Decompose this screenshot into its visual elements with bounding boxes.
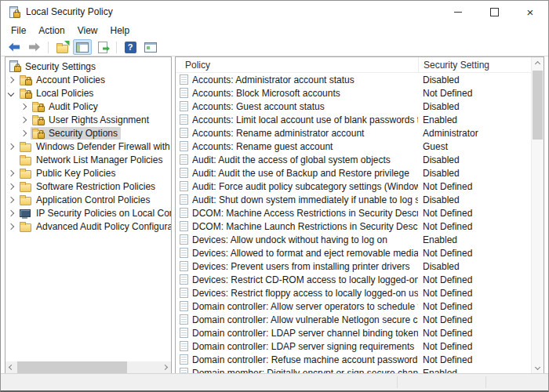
tree-item-body[interactable]: Network List Manager Policies xyxy=(18,154,165,166)
tree-horizontal-scrollbar[interactable] xyxy=(5,361,171,373)
menu-action[interactable]: Action xyxy=(32,24,71,38)
folder-icon xyxy=(19,140,32,152)
policy-row[interactable]: Domain controller: LDAP server channel b… xyxy=(176,326,531,339)
chevron-right-icon[interactable] xyxy=(7,78,18,82)
export-list-button[interactable] xyxy=(93,39,112,55)
title-bar[interactable]: Local Security Policy × xyxy=(1,1,548,23)
policy-setting: Guest xyxy=(418,141,531,152)
chevron-right-icon[interactable] xyxy=(7,211,18,216)
close-button[interactable]: × xyxy=(512,1,548,23)
tree-item[interactable]: User Rights Assignment xyxy=(5,113,171,126)
policy-document-icon xyxy=(180,154,188,165)
tree-item[interactable]: Audit Policy xyxy=(5,100,171,113)
vertical-scrollbar-thumb[interactable] xyxy=(533,71,543,140)
show-folder-button[interactable] xyxy=(53,39,71,55)
list-vertical-scrollbar[interactable] xyxy=(531,57,544,373)
policy-document-icon xyxy=(180,301,188,311)
policy-row[interactable]: DCOM: Machine Launch Restrictions in Sec… xyxy=(176,220,531,233)
new-window-button[interactable] xyxy=(141,39,160,55)
chevron-right-icon[interactable] xyxy=(20,131,31,136)
tree-item-body[interactable]: IP Security Policies on Local Computer xyxy=(18,207,172,220)
policy-row[interactable]: Devices: Restrict floppy access to local… xyxy=(176,286,531,299)
policy-row[interactable]: Audit: Shut down system immediately if u… xyxy=(176,193,531,206)
tree-item-body[interactable]: Security Options xyxy=(31,127,121,140)
chevron-right-icon[interactable] xyxy=(7,144,18,149)
policy-row[interactable]: Devices: Prevent users from installing p… xyxy=(176,260,531,273)
scroll-left-button[interactable] xyxy=(5,361,17,373)
policy-row[interactable]: Domain member: Digitally encrypt or sign… xyxy=(176,366,531,373)
tree-item[interactable]: Local Policies xyxy=(5,86,171,100)
scroll-right-button[interactable] xyxy=(159,361,171,373)
maximize-button[interactable] xyxy=(476,1,512,23)
tree-item[interactable]: Account Policies xyxy=(5,73,171,86)
back-button[interactable] xyxy=(5,39,24,55)
column-header-policy[interactable]: Policy xyxy=(176,60,418,71)
tree-item-body[interactable]: Public Key Policies xyxy=(18,167,118,180)
menu-help[interactable]: Help xyxy=(104,24,136,38)
tree-item[interactable]: Application Control Policies xyxy=(5,193,171,206)
chevron-right-icon[interactable] xyxy=(7,184,18,189)
tree-item-body[interactable]: Windows Defender Firewall with Advan xyxy=(18,140,172,153)
chevron-down-icon[interactable] xyxy=(7,91,18,96)
folder-icon xyxy=(19,194,32,205)
tree-item[interactable]: Advanced Audit Policy Configuration xyxy=(5,220,171,233)
tree-item[interactable]: Software Restriction Policies xyxy=(5,180,171,193)
tree-item-body[interactable]: Account Policies xyxy=(18,74,108,86)
toolbar-separator xyxy=(48,42,49,53)
policy-row[interactable]: Accounts: Guest account statusDisabled xyxy=(176,100,531,113)
policy-setting: Not Defined xyxy=(418,88,531,99)
policy-name: Accounts: Block Microsoft accounts xyxy=(192,88,418,99)
tree-item[interactable]: Public Key Policies xyxy=(5,166,171,180)
chevron-right-icon[interactable] xyxy=(20,104,31,109)
tree-item-body[interactable]: User Rights Assignment xyxy=(31,114,152,126)
menu-file[interactable]: File xyxy=(5,24,32,38)
policy-row[interactable]: Audit: Force audit policy subcategory se… xyxy=(176,180,531,193)
tree-item-label: Security Settings xyxy=(24,61,96,72)
tree-item[interactable]: Security Options xyxy=(5,126,171,140)
policy-row[interactable]: Devices: Restrict CD-ROM access to local… xyxy=(176,273,531,286)
horizontal-scrollbar-thumb[interactable] xyxy=(17,361,127,373)
chevron-right-icon[interactable] xyxy=(7,171,18,176)
tree-item[interactable]: Security Settings xyxy=(5,60,171,73)
policy-row[interactable]: Accounts: Administrator account statusDi… xyxy=(176,73,531,86)
tree-item[interactable]: Windows Defender Firewall with Advan xyxy=(5,140,171,153)
policy-row[interactable]: Devices: Allow undock without having to … xyxy=(176,233,531,246)
tree-item-body[interactable]: Advanced Audit Policy Configuration xyxy=(18,220,172,233)
forward-button[interactable] xyxy=(25,39,44,55)
policy-row[interactable]: Accounts: Rename guest accountGuest xyxy=(176,140,531,153)
policy-row[interactable]: DCOM: Machine Access Restrictions in Sec… xyxy=(176,206,531,220)
policy-row[interactable]: Accounts: Block Microsoft accountsNot De… xyxy=(176,86,531,100)
tree-item-label: User Rights Assignment xyxy=(48,114,149,125)
policy-document-icon xyxy=(180,274,188,285)
tree-item-body[interactable]: Application Control Policies xyxy=(18,194,153,206)
policy-row[interactable]: Domain controller: Allow vulnerable Netl… xyxy=(176,313,531,326)
policy-row[interactable]: Audit: Audit the use of Backup and Resto… xyxy=(176,166,531,180)
minimize-button[interactable] xyxy=(440,1,476,23)
tree-item-body[interactable]: Audit Policy xyxy=(31,100,101,113)
policy-row[interactable]: Domain controller: Refuse machine accoun… xyxy=(176,353,531,366)
tree-item-body[interactable]: Security Settings xyxy=(7,60,99,73)
chevron-right-icon[interactable] xyxy=(20,118,31,122)
chevron-right-icon[interactable] xyxy=(7,198,18,202)
menu-view[interactable]: View xyxy=(71,24,104,38)
policy-row[interactable]: Devices: Allowed to format and eject rem… xyxy=(176,246,531,260)
policy-row[interactable]: Accounts: Rename administrator accountAd… xyxy=(176,126,531,140)
secpol-app-icon xyxy=(8,5,20,18)
policy-list-panel: Policy Security Setting Accounts: Admini… xyxy=(175,56,544,374)
tree-item[interactable]: IP Security Policies on Local Computer xyxy=(5,206,171,220)
tree-item-body[interactable]: Local Policies xyxy=(18,87,96,100)
policy-setting: Not Defined xyxy=(418,181,531,192)
column-header-security-setting[interactable]: Security Setting xyxy=(418,57,531,72)
help-button[interactable]: ? xyxy=(121,39,140,55)
tree-item-body[interactable]: Software Restriction Policies xyxy=(18,180,158,193)
chevron-right-icon[interactable] xyxy=(7,224,18,229)
policy-row[interactable]: Audit: Audit the access of global system… xyxy=(176,153,531,166)
console-tree-toggle-button[interactable] xyxy=(73,39,92,55)
policy-row[interactable]: Accounts: Limit local account use of bla… xyxy=(176,113,531,126)
policy-setting: Administrator xyxy=(418,128,531,139)
policy-row[interactable]: Domain controller: LDAP server signing r… xyxy=(176,339,531,353)
scroll-up-button[interactable] xyxy=(532,57,544,70)
tree-item[interactable]: Network List Manager Policies xyxy=(5,153,171,166)
policy-row[interactable]: Domain controller: Allow server operator… xyxy=(176,299,531,313)
scroll-down-button[interactable] xyxy=(532,361,544,373)
